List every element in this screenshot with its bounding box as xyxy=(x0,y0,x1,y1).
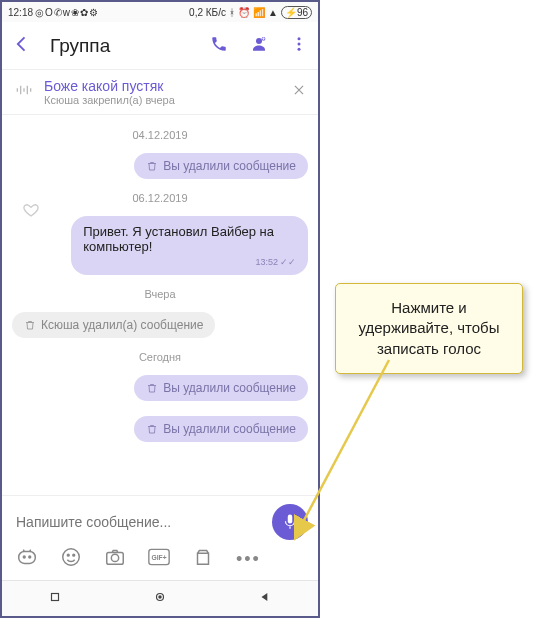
pinned-subtitle: Ксюша закрепил(а) вчера xyxy=(44,94,282,106)
wifi-icon: ▲ xyxy=(268,7,278,18)
svg-point-0 xyxy=(256,38,262,44)
call-icon[interactable] xyxy=(210,35,228,57)
nav-back-icon[interactable] xyxy=(258,590,272,608)
svg-rect-5 xyxy=(19,552,36,564)
svg-point-4 xyxy=(298,47,301,50)
status-left: 12:18 ◎O✆w❀✿⚙ xyxy=(8,7,98,18)
battery-indicator: ⚡96 xyxy=(281,6,312,19)
more-icon[interactable]: ••• xyxy=(236,554,261,564)
message-list[interactable]: 04.12.2019 Вы удалили сообщение 06.12.20… xyxy=(2,115,318,495)
menu-dots-icon[interactable] xyxy=(290,35,308,57)
composer-toolbar: GIF+ ••• xyxy=(12,540,308,572)
date-separator: Вчера xyxy=(12,288,308,300)
message-text: Привет. Я установил Вайбер на компьютер! xyxy=(83,224,274,254)
tooltip-callout: Нажмите и удерживайте, чтобы записать го… xyxy=(335,283,523,374)
alarm-icon: ⏰ xyxy=(238,7,250,18)
deleted-message-bubble[interactable]: Вы удалили сообщение xyxy=(134,416,308,442)
pinned-message[interactable]: Боже какой пустяк Ксюша закрепил(а) вчер… xyxy=(2,70,318,115)
svg-point-7 xyxy=(29,556,31,558)
close-pin-icon[interactable] xyxy=(292,83,306,101)
status-right: 0,2 КБ/с ᚼ ⏰ 📶 ▲ ⚡96 xyxy=(189,6,312,19)
add-user-icon[interactable] xyxy=(250,35,268,57)
outgoing-message-bubble[interactable]: Привет. Я установил Вайбер на компьютер!… xyxy=(71,216,308,275)
message-input[interactable] xyxy=(12,508,266,536)
svg-point-3 xyxy=(298,42,301,45)
pinned-title: Боже какой пустяк xyxy=(44,78,282,94)
svg-point-2 xyxy=(298,37,301,40)
deleted-text: Вы удалили сообщение xyxy=(163,422,296,436)
deleted-message-bubble[interactable]: Ксюша удалил(а) сообщение xyxy=(12,312,215,338)
status-bar: 12:18 ◎O✆w❀✿⚙ 0,2 КБ/с ᚼ ⏰ 📶 ▲ ⚡96 xyxy=(2,2,318,22)
like-heart-icon[interactable] xyxy=(22,201,40,223)
status-time: 12:18 xyxy=(8,7,33,18)
nav-recent-icon[interactable] xyxy=(48,590,62,608)
message-time: 13:52 ✓✓ xyxy=(83,257,296,267)
nav-home-icon[interactable] xyxy=(153,590,167,608)
status-app-icons: ◎O✆w❀✿⚙ xyxy=(35,7,98,18)
deleted-text: Вы удалили сообщение xyxy=(163,159,296,173)
camera-icon[interactable] xyxy=(104,546,126,572)
svg-point-6 xyxy=(23,556,25,558)
deleted-message-bubble[interactable]: Вы удалили сообщение xyxy=(134,375,308,401)
chat-title[interactable]: Группа xyxy=(50,35,192,57)
deleted-text: Ксюша удалил(а) сообщение xyxy=(41,318,203,332)
date-separator: 04.12.2019 xyxy=(12,129,308,141)
app-header: Группа xyxy=(2,22,318,70)
svg-point-17 xyxy=(158,595,162,599)
read-checks-icon: ✓✓ xyxy=(280,257,296,267)
svg-point-8 xyxy=(63,549,80,566)
back-button[interactable] xyxy=(12,34,32,58)
svg-text:GIF+: GIF+ xyxy=(151,554,166,561)
svg-point-12 xyxy=(111,554,118,561)
deleted-text: Вы удалили сообщение xyxy=(163,381,296,395)
bluetooth-icon: ᚼ xyxy=(229,7,235,18)
header-actions xyxy=(210,35,308,57)
signal-icon: 📶 xyxy=(253,7,265,18)
callout-text: Нажмите и удерживайте, чтобы записать го… xyxy=(359,299,500,357)
svg-point-9 xyxy=(67,554,69,556)
message-composer: GIF+ ••• xyxy=(2,495,318,580)
date-separator: Сегодня xyxy=(12,351,308,363)
svg-point-10 xyxy=(73,554,75,556)
svg-rect-15 xyxy=(51,593,58,600)
phone-frame: 12:18 ◎O✆w❀✿⚙ 0,2 КБ/с ᚼ ⏰ 📶 ▲ ⚡96 Групп… xyxy=(0,0,320,618)
gallery-icon[interactable] xyxy=(192,546,214,572)
pinned-text: Боже какой пустяк Ксюша закрепил(а) вчер… xyxy=(44,78,282,106)
status-speed: 0,2 КБ/с xyxy=(189,7,226,18)
android-nav-bar xyxy=(2,580,318,616)
gif-icon[interactable]: GIF+ xyxy=(148,546,170,572)
mic-button[interactable] xyxy=(272,504,308,540)
sticker-icon[interactable] xyxy=(16,546,38,572)
emoji-icon[interactable] xyxy=(60,546,82,572)
date-separator: 06.12.2019 xyxy=(12,192,308,204)
deleted-message-bubble[interactable]: Вы удалили сообщение xyxy=(134,153,308,179)
equalizer-icon xyxy=(14,80,34,104)
